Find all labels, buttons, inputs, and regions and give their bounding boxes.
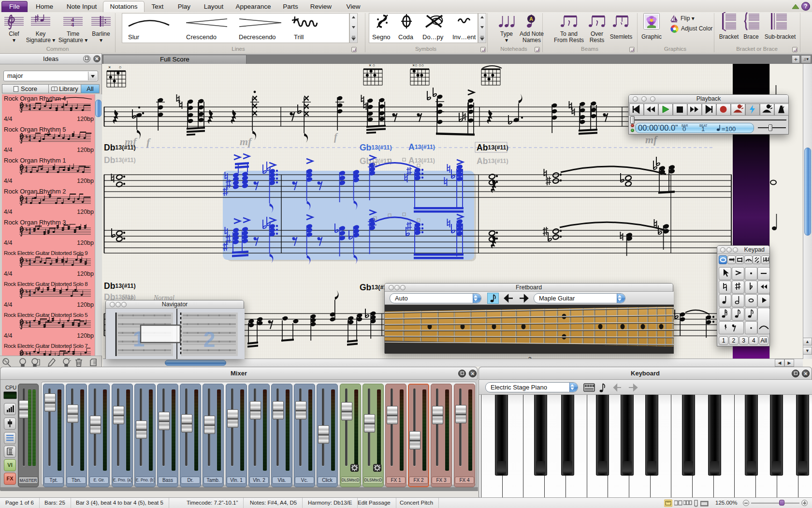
svg-text:4: 4 xyxy=(29,323,31,328)
svg-text:4: 4 xyxy=(25,168,28,173)
svg-text:4: 4 xyxy=(71,21,74,28)
svg-text:○: ○ xyxy=(119,65,121,70)
svg-text:mf: mf xyxy=(645,134,658,146)
svg-text:b: b xyxy=(26,227,28,232)
svg-text:1: 1 xyxy=(701,125,705,133)
svg-text:b: b xyxy=(26,258,28,263)
svg-text:=100: =100 xyxy=(722,125,736,133)
svg-text:×: × xyxy=(108,65,111,70)
svg-text:Db13(#11): Db13(#11) xyxy=(104,281,136,291)
svg-text:Gb13(#11): Gb13(#11) xyxy=(360,143,392,152)
svg-text:A13(#11): A13(#11) xyxy=(408,156,435,165)
svg-text:4: 4 xyxy=(29,230,31,235)
svg-text:Ab13(#11): Ab13(#11) xyxy=(477,143,508,152)
svg-text:b: b xyxy=(26,320,28,325)
svg-text:A13(#11): A13(#11) xyxy=(408,142,435,152)
svg-text:4: 4 xyxy=(29,137,31,142)
svg-text:b: b xyxy=(26,134,28,139)
svg-text:A: A xyxy=(529,16,533,22)
svg-text:Db13(#11): Db13(#11) xyxy=(104,143,136,152)
svg-text:× ○: × ○ xyxy=(369,64,375,68)
svg-text:4: 4 xyxy=(29,292,31,297)
svg-text:4: 4 xyxy=(29,261,31,266)
svg-text:4: 4 xyxy=(29,106,31,111)
svg-text:b: b xyxy=(26,351,28,356)
svg-text:Db13(#11): Db13(#11) xyxy=(104,155,136,165)
svg-text:00:00’00.0”: 00:00’00.0” xyxy=(638,123,678,132)
svg-text:b: b xyxy=(26,104,28,108)
svg-text:0: 0 xyxy=(682,125,686,133)
svg-text:×○ ○○: ×○ ○○ xyxy=(412,64,424,68)
svg-text:4: 4 xyxy=(25,199,28,204)
svg-text:mf: mf xyxy=(240,135,253,148)
svg-text:f: f xyxy=(146,136,151,148)
svg-text:f: f xyxy=(334,132,338,143)
svg-text:Ab13(#11): Ab13(#11) xyxy=(477,156,508,166)
svg-text:2: 2 xyxy=(203,328,215,351)
svg-text:b: b xyxy=(26,289,28,294)
